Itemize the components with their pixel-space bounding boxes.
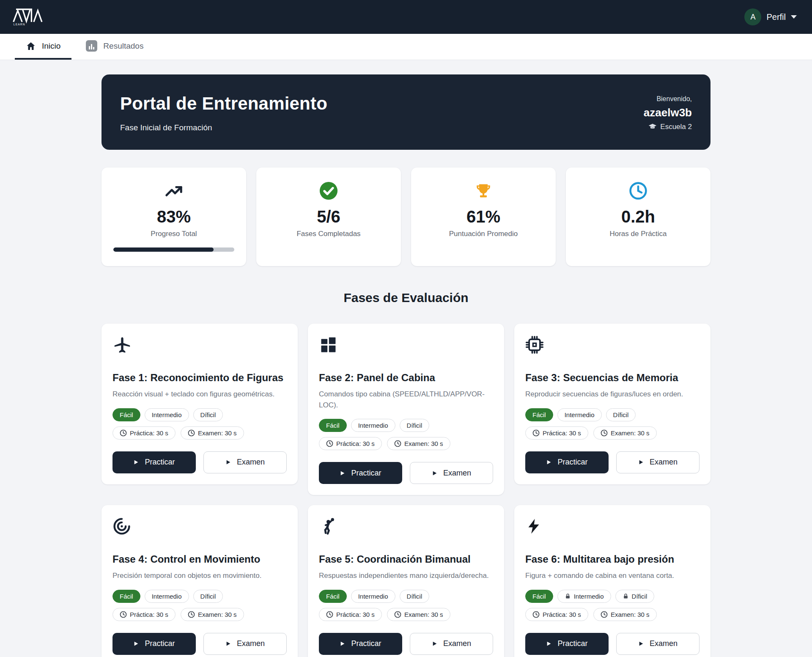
difficulty-chips: Fácil Intermedio Díficil bbox=[525, 590, 700, 603]
chip-facil[interactable]: Fácil bbox=[319, 419, 347, 432]
play-icon bbox=[340, 470, 345, 476]
phase-card-6: Fase 6: Multitarea bajo presión Figura +… bbox=[514, 505, 710, 657]
difficulty-chips: Fácil Intermedio Díficil bbox=[319, 419, 493, 432]
trending-up-icon bbox=[164, 180, 184, 201]
practicar-button[interactable]: Practicar bbox=[525, 633, 609, 655]
phase-title: Fase 2: Panel de Cabina bbox=[319, 372, 493, 384]
play-icon bbox=[432, 641, 437, 646]
play-icon bbox=[225, 641, 231, 646]
practicar-button[interactable]: Practicar bbox=[525, 451, 609, 473]
clock-icon bbox=[532, 429, 540, 437]
phase-description: Reproducir secuencias de figuras/luces e… bbox=[525, 389, 700, 400]
graduation-cap-icon bbox=[648, 123, 657, 131]
chip-facil[interactable]: Fácil bbox=[112, 408, 140, 421]
phase-title: Fase 4: Control en Movimiento bbox=[112, 553, 287, 565]
play-icon bbox=[225, 459, 231, 465]
chip-dificil[interactable]: Díficil bbox=[606, 408, 636, 421]
practice-time-chip: Práctica: 30 s bbox=[112, 608, 176, 621]
stat-card-progress: 83% Progreso Total bbox=[102, 168, 246, 266]
profile-menu-button[interactable]: A Perfil bbox=[744, 8, 797, 25]
time-chips: Práctica: 30 s Examen: 30 s bbox=[112, 426, 287, 440]
tab-resultados[interactable]: Resultados bbox=[75, 34, 154, 60]
airplane-icon bbox=[112, 335, 287, 355]
play-icon bbox=[432, 470, 437, 476]
play-icon bbox=[340, 641, 345, 646]
practicar-button[interactable]: Practicar bbox=[112, 633, 196, 655]
play-icon bbox=[638, 641, 644, 646]
stats-row: 83% Progreso Total 5/6 Fases Completadas bbox=[102, 168, 710, 266]
examen-button[interactable]: Examen bbox=[203, 633, 287, 655]
play-icon bbox=[133, 459, 139, 465]
phase-description: Figura + comando de cabina en ventana co… bbox=[525, 570, 700, 581]
difficulty-chips: Fácil Intermedio Díficil bbox=[112, 590, 287, 603]
chip-dificil[interactable]: Díficil bbox=[400, 590, 430, 603]
main-tabbar: Inicio Resultados bbox=[0, 34, 812, 60]
chip-intermedio[interactable]: Intermedio bbox=[145, 408, 189, 421]
chip-facil[interactable]: Fácil bbox=[525, 408, 553, 421]
welcome-label: Bienvenido, bbox=[656, 95, 692, 103]
difficulty-chips: Fácil Intermedio Díficil bbox=[112, 408, 287, 421]
phase-description: Precisión temporal con objetos en movimi… bbox=[112, 570, 287, 581]
clock-icon bbox=[326, 611, 333, 618]
exam-time-chip: Examen: 30 s bbox=[181, 426, 244, 440]
hero-banner: Portal de Entrenamiento Fase Inicial de … bbox=[102, 74, 710, 150]
stat-label: Progreso Total bbox=[151, 230, 197, 238]
practice-time-chip: Práctica: 30 s bbox=[525, 608, 588, 621]
clock-icon bbox=[394, 611, 401, 618]
chip-intermedio[interactable]: Intermedio bbox=[351, 590, 395, 603]
school-label: Escuela 2 bbox=[660, 123, 692, 131]
chip-facil[interactable]: Fácil bbox=[112, 590, 140, 603]
stat-label: Puntuación Promedio bbox=[449, 230, 518, 238]
clock-icon bbox=[120, 611, 127, 618]
time-chips: Práctica: 30 s Examen: 30 s bbox=[319, 437, 493, 450]
examen-button[interactable]: Examen bbox=[616, 633, 700, 655]
clock-icon bbox=[188, 429, 195, 437]
practicar-button[interactable]: Practicar bbox=[319, 462, 402, 484]
clock-icon bbox=[394, 440, 401, 447]
phase-actions: Practicar Examen bbox=[112, 451, 287, 473]
tab-inicio[interactable]: Inicio bbox=[15, 34, 71, 60]
practice-time-chip: Práctica: 30 s bbox=[112, 426, 176, 440]
avatar: A bbox=[744, 8, 761, 25]
avia-logo-icon: LEARN bbox=[13, 7, 43, 27]
chip-dificil-locked[interactable]: Díficil bbox=[615, 590, 655, 603]
practicar-button[interactable]: Practicar bbox=[319, 633, 402, 655]
avia-learn-logo: LEARN bbox=[13, 7, 43, 27]
chip-facil[interactable]: Fácil bbox=[319, 590, 347, 603]
phase-description: Reacción visual + teclado con figuras ge… bbox=[112, 389, 287, 400]
person-ball-icon bbox=[319, 517, 493, 536]
cpu-chip-icon bbox=[525, 335, 700, 355]
phase-description: Respuestas independientes mano izquierda… bbox=[319, 570, 493, 581]
examen-button[interactable]: Examen bbox=[410, 633, 493, 655]
chip-dificil[interactable]: Díficil bbox=[400, 419, 430, 432]
chip-intermedio[interactable]: Intermedio bbox=[557, 408, 602, 421]
difficulty-chips: Fácil Intermedio Díficil bbox=[525, 408, 700, 421]
examen-button[interactable]: Examen bbox=[616, 451, 700, 473]
phase-card-1: Fase 1: Reconocimiento de Figuras Reacci… bbox=[102, 324, 298, 484]
clock-icon bbox=[601, 429, 608, 437]
practice-time-chip: Práctica: 30 s bbox=[319, 608, 382, 621]
home-icon bbox=[26, 41, 36, 51]
username: azaelw3b bbox=[644, 106, 692, 119]
tab-resultados-label: Resultados bbox=[103, 41, 143, 51]
bar-chart-icon bbox=[86, 40, 97, 52]
clock-icon bbox=[532, 611, 540, 618]
check-circle-icon bbox=[319, 180, 338, 201]
chip-dificil[interactable]: Díficil bbox=[193, 408, 223, 421]
examen-button[interactable]: Examen bbox=[410, 462, 493, 484]
school-row: Escuela 2 bbox=[648, 123, 692, 131]
phase-card-2: Fase 2: Panel de Cabina Comandos tipo ca… bbox=[308, 324, 504, 495]
tab-inicio-label: Inicio bbox=[42, 41, 60, 51]
stat-value: 61% bbox=[466, 207, 500, 226]
lock-icon bbox=[565, 593, 571, 599]
phase-description: Comandos tipo cabina (SPEED/ALTHLD/APP/V… bbox=[319, 389, 493, 410]
chip-intermedio[interactable]: Intermedio bbox=[351, 419, 395, 432]
chip-facil[interactable]: Fácil bbox=[525, 590, 553, 603]
section-title: Fases de Evaluación bbox=[102, 291, 710, 305]
chip-dificil[interactable]: Díficil bbox=[193, 590, 223, 603]
progress-bar bbox=[113, 247, 234, 252]
practicar-button[interactable]: Practicar bbox=[112, 451, 196, 473]
chip-intermedio[interactable]: Intermedio bbox=[145, 590, 189, 603]
chip-intermedio-locked[interactable]: Intermedio bbox=[557, 590, 611, 603]
examen-button[interactable]: Examen bbox=[203, 451, 287, 473]
